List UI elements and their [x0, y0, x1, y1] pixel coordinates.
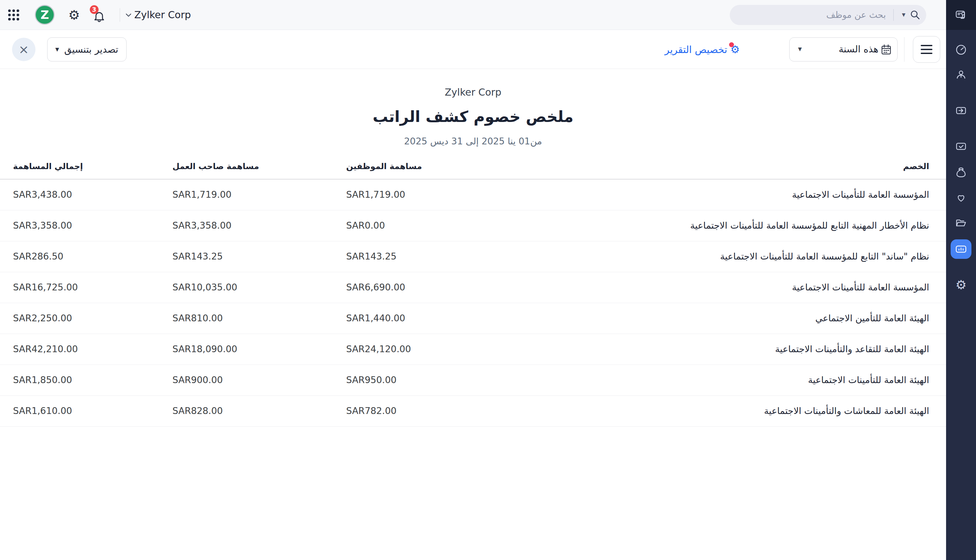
org-name: Zylker Corp [134, 9, 191, 20]
divider [893, 9, 894, 21]
employer-cell: SAR828.00 [172, 395, 346, 426]
deduction-name-cell: نظام "ساند" التابع للمؤسسة العامة للتأمي… [541, 241, 946, 272]
notification-badge: 3 [90, 5, 98, 14]
table-row: SAR1,610.00 SAR828.00 SAR782.00 الهيئة ا… [0, 395, 946, 426]
sidebar-item-payslips[interactable] [946, 0, 976, 30]
search-input[interactable]: بحث عن موظف ▼ [730, 5, 926, 25]
divider [904, 37, 904, 62]
deduction-name-cell: الهيئة العامة للمعاشات والتأمينات الاجتم… [541, 395, 946, 426]
export-label: تصدير بتنسيق [64, 44, 118, 55]
table-row: SAR3,438.00 SAR1,719.00 SAR1,719.00 المؤ… [0, 179, 946, 210]
total-cell: SAR286.50 [0, 241, 172, 272]
close-button[interactable]: × [12, 38, 35, 61]
customize-report-link[interactable]: ⚙ تخصيص التقرير [665, 44, 740, 55]
period-dropdown[interactable]: هذه السنة ▼ [789, 37, 898, 62]
employer-cell: SAR900.00 [172, 365, 346, 395]
table-row: SAR286.50 SAR143.25 SAR143.25 نظام "ساند… [0, 241, 946, 272]
documents-icon[interactable] [955, 217, 967, 230]
search-scope-caret-icon[interactable]: ▼ [902, 12, 905, 17]
report-toolbar: × تصدير بتنسيق ▼ ⚙ تخصيص التقرير هذه الس… [0, 30, 946, 69]
red-dot-badge [729, 42, 734, 47]
total-cell: SAR2,250.00 [0, 303, 172, 334]
menu-button[interactable] [913, 36, 940, 63]
employee-cell: SAR6,690.00 [346, 272, 541, 303]
deduction-name-cell: نظام الأخطار المهنية التابع للمؤسسة العا… [541, 210, 946, 241]
header-deduction: الخصم [541, 162, 946, 179]
header-total-contribution: إجمالي المساهمة [0, 162, 172, 179]
employee-cell: SAR782.00 [346, 395, 541, 426]
hamburger-icon [921, 45, 933, 46]
total-cell: SAR42,210.00 [0, 334, 172, 365]
table-row: SAR42,210.00 SAR18,090.00 SAR24,120.00 ا… [0, 334, 946, 365]
settings-icon[interactable]: ⚙ [955, 279, 967, 291]
payrun-icon[interactable] [955, 104, 967, 117]
deduction-name-cell: الهيئة العامة للتأمينات الاجتماعية [541, 365, 946, 395]
total-cell: SAR3,438.00 [0, 179, 172, 210]
total-cell: SAR3,358.00 [0, 210, 172, 241]
employer-cell: SAR1,719.00 [172, 179, 346, 210]
table-row: SAR1,850.00 SAR900.00 SAR950.00 الهيئة ا… [0, 365, 946, 395]
report-header: Zylker Corp ملخص خصوم كشف الراتب من01 ين… [0, 69, 946, 147]
approvals-icon[interactable] [955, 140, 967, 153]
toolbar-right: ⚙ تخصيص التقرير هذه السنة ▼ [665, 30, 946, 69]
employer-cell: SAR18,090.00 [172, 334, 346, 365]
reports-icon[interactable] [951, 239, 971, 259]
report-date-range: من01 ينا 2025 إلى 31 ديس 2025 [0, 136, 946, 147]
period-value: هذه السنة [839, 43, 878, 55]
employee-cell: SAR1,440.00 [346, 303, 541, 334]
notifications-bell[interactable]: 3 [92, 7, 106, 23]
deduction-name-cell: الهيئة العامة للتقاعد والتأمينات الاجتما… [541, 334, 946, 365]
employee-cell: SAR24,120.00 [346, 334, 541, 365]
deduction-name-cell: المؤسسة العامة للتأمينات الاجتماعية [541, 272, 946, 303]
header-employer-contribution: مساهمة صاحب العمل [172, 162, 346, 179]
employee-cell: SAR143.25 [346, 241, 541, 272]
table-row: SAR2,250.00 SAR810.00 SAR1,440.00 الهيئة… [0, 303, 946, 334]
calendar-icon [881, 44, 891, 57]
customize-label: تخصيص التقرير [665, 44, 727, 55]
caret-down-icon: ▼ [55, 47, 59, 52]
customize-gear-icon: ⚙ [731, 44, 740, 55]
zoho-logo[interactable]: Z [35, 5, 55, 25]
org-switcher[interactable]: Zylker Corp [125, 9, 191, 20]
employer-cell: SAR810.00 [172, 303, 346, 334]
total-cell: SAR1,610.00 [0, 395, 172, 426]
payslip-icon [955, 9, 967, 21]
employee-cell: SAR950.00 [346, 365, 541, 395]
employee-icon[interactable] [955, 68, 967, 81]
deduction-name-cell: الهيئة العامة للتأمين الاجتماعي [541, 303, 946, 334]
employer-cell: SAR143.25 [172, 241, 346, 272]
main-area: Z ⚙ 3 Zylker Corp بحث عن موظف ▼ × تصدير … [0, 0, 946, 427]
report-company: Zylker Corp [0, 87, 946, 98]
caret-down-icon: ▼ [798, 46, 802, 52]
search-placeholder: بحث عن موظف [826, 10, 886, 20]
app-sidebar: ⚙ [946, 0, 976, 560]
employer-cell: SAR3,358.00 [172, 210, 346, 241]
table-row: SAR3,358.00 SAR3,358.00 SAR0.00 نظام الأ… [0, 210, 946, 241]
clock-icon[interactable] [955, 43, 967, 56]
table-header-row: إجمالي المساهمة مساهمة صاحب العمل مساهمة… [0, 162, 946, 179]
benefits-icon[interactable] [955, 191, 967, 203]
employee-cell: SAR0.00 [346, 210, 541, 241]
employee-cell: SAR1,719.00 [346, 179, 541, 210]
deduction-name-cell: المؤسسة العامة للتأمينات الاجتماعية [541, 179, 946, 210]
topbar: Z ⚙ 3 Zylker Corp بحث عن موظف ▼ [0, 0, 946, 30]
chevron-down-icon [125, 13, 132, 17]
gear-icon[interactable]: ⚙ [68, 8, 80, 22]
table-row: SAR16,725.00 SAR10,035.00 SAR6,690.00 ال… [0, 272, 946, 303]
export-button[interactable]: تصدير بتنسيق ▼ [47, 37, 127, 62]
total-cell: SAR1,850.00 [0, 365, 172, 395]
header-employee-contribution: مساهمة الموظفين [346, 162, 541, 179]
report-title: ملخص خصوم كشف الراتب [0, 108, 946, 125]
search-icon[interactable] [910, 10, 920, 22]
employer-cell: SAR10,035.00 [172, 272, 346, 303]
deductions-table: إجمالي المساهمة مساهمة صاحب العمل مساهمة… [0, 162, 946, 427]
app-grid-icon[interactable] [8, 10, 19, 20]
total-cell: SAR16,725.00 [0, 272, 172, 303]
loans-icon[interactable] [955, 166, 967, 178]
divider [120, 8, 120, 22]
close-icon: × [18, 42, 29, 57]
